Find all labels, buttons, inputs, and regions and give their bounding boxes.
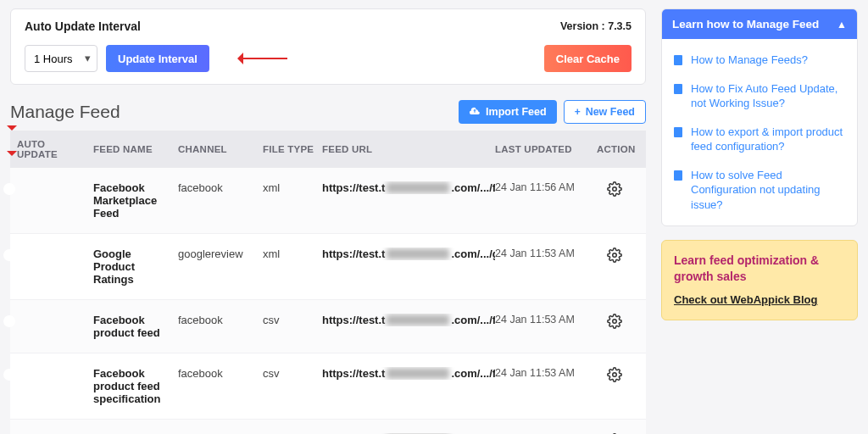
gear-icon[interactable]	[607, 253, 622, 265]
svg-point-0	[613, 187, 617, 192]
row-action	[597, 367, 639, 385]
svg-point-1	[613, 253, 617, 258]
panel-title: Auto Update Interval	[25, 19, 141, 33]
section-title: Manage Feed	[10, 102, 120, 122]
help-link[interactable]: How to solve Feed Configuration not upda…	[662, 161, 857, 220]
help-link-label: How to Fix Auto Feed Update, not Working…	[691, 81, 845, 111]
help-link[interactable]: How to Manage Feeds?	[662, 46, 857, 75]
table-row: Google Product Ratingsgooglereviewxmlhtt…	[10, 234, 646, 300]
new-feed-button[interactable]: + New Feed	[564, 100, 646, 124]
redacted-segment	[387, 314, 449, 326]
promo-link[interactable]: Check out WebAppick Blog	[674, 293, 818, 306]
clear-cache-button[interactable]: Clear Cache	[544, 45, 632, 72]
annotation-marker	[7, 151, 17, 161]
feed-name[interactable]: Facebook product feed	[93, 314, 171, 339]
help-link-label: How to solve Feed Configuration not upda…	[691, 168, 845, 213]
annotation-arrow	[228, 54, 287, 63]
gear-icon[interactable]	[607, 372, 622, 385]
help-box: Learn how to Manage Feed ▲ How to Manage…	[661, 8, 858, 226]
gear-icon[interactable]	[607, 319, 622, 331]
feed-url[interactable]: https://test.t.com/.../fa...	[322, 367, 495, 380]
annotation-marker	[7, 125, 17, 136]
feed-name[interactable]: Google Product Ratings	[93, 248, 171, 286]
document-icon	[674, 55, 682, 65]
feed-channel: googlereview	[178, 248, 263, 260]
feed-table: AUTO UPDATE FEED NAME CHANNEL FILE TYPE …	[10, 131, 646, 434]
auto-update-panel: Auto Update Interval Version : 7.3.5 1 H…	[10, 8, 646, 85]
import-feed-button[interactable]: Import Feed	[459, 100, 557, 124]
table-header-row: AUTO UPDATE FEED NAME CHANNEL FILE TYPE …	[10, 131, 646, 168]
document-icon	[674, 170, 682, 181]
row-action	[597, 181, 639, 199]
feed-file-type: csv	[263, 314, 322, 326]
feed-file-type: xml	[263, 181, 322, 194]
col-auto-update[interactable]: AUTO UPDATE	[17, 139, 93, 159]
help-box-header[interactable]: Learn how to Manage Feed ▲	[662, 9, 857, 39]
col-file-type[interactable]: FILE TYPE	[263, 144, 322, 154]
svg-point-3	[613, 373, 617, 377]
help-box-title: Learn how to Manage Feed	[672, 18, 819, 31]
feed-last-updated: 24 Jan 11:56 AM	[495, 181, 597, 193]
gear-icon[interactable]	[607, 186, 622, 199]
feed-channel: facebook	[178, 314, 263, 326]
row-action	[597, 314, 639, 331]
feed-name[interactable]: Facebook product feed specification	[93, 367, 171, 405]
redacted-segment	[387, 182, 449, 193]
interval-select[interactable]: 1 Hours	[25, 45, 97, 72]
svg-point-2	[613, 320, 617, 324]
row-action	[597, 248, 639, 265]
plus-icon: +	[575, 106, 581, 118]
col-action: ACTION	[597, 144, 639, 154]
chevron-up-icon: ▲	[837, 19, 847, 31]
interval-select-wrap: 1 Hours	[25, 45, 97, 72]
help-link[interactable]: How to Fix Auto Feed Update, not Working…	[662, 75, 857, 118]
new-feed-label: New Feed	[586, 106, 635, 118]
feed-url[interactable]: https://test.t.com/.../g...	[322, 248, 495, 260]
help-link-label: How to export & import product feed conf…	[691, 125, 845, 154]
version-label: Version : 7.3.5	[560, 20, 632, 32]
col-channel[interactable]: CHANNEL	[178, 144, 263, 154]
col-last-updated[interactable]: LAST UPDATED	[495, 144, 597, 154]
feed-last-updated: 24 Jan 11:53 AM	[495, 314, 597, 326]
table-row: Google Shopping XMLgooglexmlhttps://test…	[10, 420, 646, 434]
cloud-icon	[469, 106, 481, 119]
feed-last-updated: 24 Jan 11:53 AM	[495, 248, 597, 259]
promo-title: Learn feed optimization & growth sales	[674, 253, 845, 285]
feed-url[interactable]: https://test.t.com/.../fa...	[322, 314, 495, 326]
table-row: Facebook Marketplace Feedfacebookxmlhttp…	[10, 168, 646, 234]
help-link[interactable]: How to export & import product feed conf…	[662, 118, 857, 161]
update-interval-button[interactable]: Update Interval	[106, 45, 209, 72]
feed-channel: facebook	[178, 367, 263, 380]
feed-file-type: xml	[263, 248, 322, 260]
col-feed-name[interactable]: FEED NAME	[93, 144, 178, 154]
redacted-segment	[387, 248, 449, 259]
promo-box: Learn feed optimization & growth sales C…	[661, 240, 858, 320]
feed-url[interactable]: https://test.t.com/.../fa...	[322, 181, 495, 194]
feed-file-type: csv	[263, 367, 322, 380]
document-icon	[674, 127, 682, 137]
redacted-segment	[387, 368, 449, 379]
feed-name[interactable]: Facebook Marketplace Feed	[93, 181, 171, 220]
col-feed-url[interactable]: FEED URL	[322, 144, 495, 154]
import-feed-label: Import Feed	[486, 106, 547, 118]
feed-last-updated: 24 Jan 11:53 AM	[495, 367, 597, 379]
table-row: Facebook product feedfacebookcsvhttps://…	[10, 300, 646, 353]
table-row: Facebook product feed specificationfaceb…	[10, 353, 646, 420]
document-icon	[674, 84, 682, 94]
feed-channel: facebook	[178, 181, 263, 194]
help-link-label: How to Manage Feeds?	[691, 53, 808, 68]
